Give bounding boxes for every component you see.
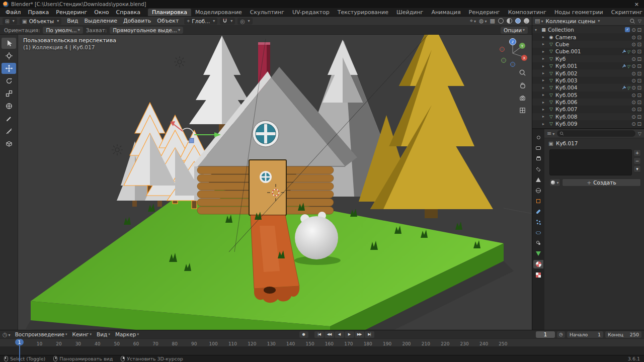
navigation-gizmo[interactable]: Z Y X <box>498 37 528 68</box>
workspace-tab[interactable]: Шейдинг <box>392 9 427 16</box>
disable-render-camera-icon[interactable] <box>637 34 641 40</box>
frame-end-field[interactable]: Конец 250 <box>605 331 641 338</box>
disable-render-camera-icon[interactable] <box>637 48 641 54</box>
axis-x-neg-handle[interactable] <box>500 47 505 52</box>
workspace-tab[interactable]: Скульптинг <box>246 9 288 16</box>
viewport-menu-item[interactable]: Выделение <box>81 18 120 24</box>
outliner-row[interactable]: Куб <box>532 55 644 62</box>
properties-tab-output[interactable] <box>533 154 543 163</box>
properties-tab-render[interactable] <box>533 144 543 152</box>
outliner-row[interactable]: Cube.001 <box>532 48 644 55</box>
outliner-row[interactable]: Camera <box>532 33 644 40</box>
workspace-tab[interactable]: Анимация <box>427 9 464 16</box>
workspace-tab[interactable]: Моделирование <box>191 9 246 16</box>
snap-setting-dropdown[interactable]: Прямоугольное выде... <box>110 27 183 34</box>
active-object-name[interactable]: Куб.017 <box>556 140 578 146</box>
disable-render-camera-icon[interactable] <box>637 77 641 83</box>
shading-wireframe-icon[interactable] <box>498 18 504 24</box>
show-gizmo-icon[interactable]: ⌖ <box>470 18 476 24</box>
menu-item[interactable]: Окно <box>91 9 112 16</box>
remove-slot-button[interactable]: − <box>633 157 641 164</box>
disclosure-icon[interactable] <box>542 100 547 105</box>
camera-view-icon[interactable] <box>518 93 527 102</box>
disclosure-icon[interactable] <box>542 107 547 112</box>
outliner-item-label[interactable]: Camera <box>555 34 630 40</box>
hide-viewport-eye-icon[interactable] <box>631 48 635 54</box>
properties-tab-scene[interactable] <box>533 175 543 184</box>
timeline-track[interactable] <box>0 346 644 355</box>
disable-render-camera-icon[interactable] <box>637 70 641 76</box>
transform-orientation-selector[interactable]: ⌖ Глоб... <box>184 18 217 25</box>
properties-tab-view-layer[interactable] <box>533 165 543 173</box>
use-preview-range-icon[interactable]: ◷ <box>557 331 565 338</box>
workspace-tab[interactable]: Композитинг <box>504 9 550 16</box>
shading-material-icon[interactable] <box>515 18 521 24</box>
disclosure-icon[interactable] <box>542 35 547 39</box>
menu-item[interactable]: Правка <box>24 9 52 16</box>
hide-viewport-eye-icon[interactable] <box>631 63 635 69</box>
filter-icon[interactable]: ▽ <box>638 131 641 136</box>
tool-3d-cursor[interactable] <box>2 50 16 61</box>
outliner-display-mode[interactable]: Коллекции сцены <box>545 18 600 24</box>
tool-measure[interactable] <box>2 126 16 137</box>
filter-icon[interactable]: ▽ <box>638 19 641 24</box>
tool-transform[interactable] <box>2 101 16 112</box>
outliner-item-label[interactable]: Cube <box>555 41 630 47</box>
timeline-menu-item[interactable]: Воспроизведение▾ <box>13 331 70 337</box>
outliner-editor-icon[interactable]: ▤ <box>535 18 543 24</box>
axis-z-neg-handle[interactable] <box>511 62 515 67</box>
timeline-editor-icon[interactable]: ◷ <box>3 331 11 338</box>
disable-render-camera-icon[interactable] <box>637 114 641 120</box>
outliner-row[interactable]: Collection <box>532 26 644 33</box>
outliner-item-label[interactable]: Куб.009 <box>555 121 630 127</box>
disable-render-camera-icon[interactable] <box>637 41 641 47</box>
hide-viewport-eye-icon[interactable] <box>631 56 635 62</box>
transport-button[interactable]: |◀ <box>314 331 324 338</box>
background-white-tree[interactable] <box>323 40 363 103</box>
disable-render-camera-icon[interactable] <box>637 121 641 127</box>
outliner-item-label[interactable]: Куб.007 <box>555 106 630 112</box>
close-window-button[interactable]: × <box>632 1 641 8</box>
timeline-menu-item[interactable]: Кеинг▾ <box>69 331 94 337</box>
viewport-menu-item[interactable]: Вид <box>64 18 81 24</box>
outliner-row[interactable]: Куб.002 <box>532 69 644 76</box>
disable-render-camera-icon[interactable] <box>637 84 641 90</box>
hide-viewport-eye-icon[interactable] <box>631 106 635 112</box>
material-slot-list[interactable] <box>549 149 632 175</box>
playhead-marker[interactable]: 1 <box>15 339 24 345</box>
slot-specials-menu[interactable]: ▾ <box>633 165 641 172</box>
timeline-menu-item[interactable]: Маркер▾ <box>113 331 141 337</box>
shading-solid-icon[interactable] <box>507 18 512 24</box>
outliner-item-label[interactable]: Куб.008 <box>555 114 630 120</box>
search-icon[interactable] <box>629 18 635 24</box>
transport-button[interactable]: ▶ <box>345 331 354 338</box>
properties-editor-icon[interactable]: ≡ <box>547 130 554 137</box>
collection-checkbox[interactable] <box>625 27 630 32</box>
properties-tab-tool[interactable] <box>533 133 543 142</box>
properties-tab-constraints[interactable] <box>533 239 543 247</box>
shading-rendered-icon[interactable] <box>524 18 529 24</box>
tool-select-box[interactable] <box>2 38 16 49</box>
transport-button[interactable]: ▶| <box>365 331 374 338</box>
disclosure-icon[interactable] <box>542 71 547 75</box>
disclosure-icon[interactable] <box>542 122 547 126</box>
menu-item[interactable]: Справка <box>113 9 144 16</box>
properties-tab-physics[interactable] <box>533 228 543 237</box>
outliner-item-label[interactable]: Куб.006 <box>555 99 630 105</box>
disclosure-icon[interactable] <box>542 85 547 90</box>
tool-rotate[interactable] <box>2 75 16 86</box>
properties-tab-texture[interactable] <box>533 270 543 279</box>
outliner-item-label[interactable]: Куб.005 <box>555 92 630 98</box>
workspace-tab[interactable]: Планировка <box>148 9 191 16</box>
menu-item[interactable]: Файл <box>2 9 24 16</box>
viewport-menu-item[interactable]: Добавить <box>120 18 154 24</box>
add-slot-button[interactable]: + <box>633 149 641 156</box>
viewport-canvas[interactable] <box>18 35 532 330</box>
properties-tab-world[interactable] <box>533 186 543 195</box>
tool-annotate[interactable] <box>2 113 16 124</box>
transport-button[interactable]: ◀◀ <box>325 331 334 338</box>
disable-render-camera-icon[interactable] <box>637 99 641 105</box>
outliner-item-label[interactable]: Collection <box>548 27 623 33</box>
disclosure-icon[interactable] <box>542 78 547 82</box>
workspace-tab[interactable]: Рендеринг <box>465 9 504 16</box>
